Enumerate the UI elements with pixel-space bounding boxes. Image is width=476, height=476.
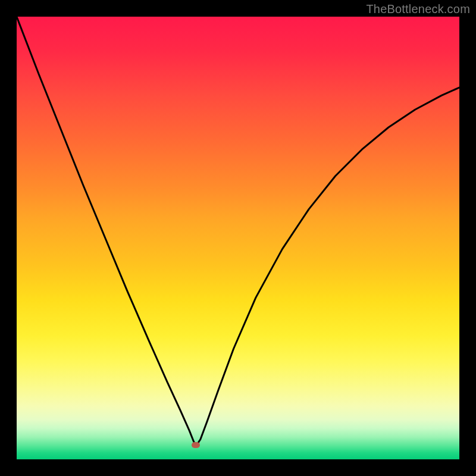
chart-frame: TheBottleneck.com — [0, 0, 476, 476]
optimum-marker — [192, 442, 200, 448]
watermark-text: TheBottleneck.com — [366, 2, 470, 16]
bottleneck-curve — [17, 17, 459, 459]
plot-area — [17, 17, 459, 459]
